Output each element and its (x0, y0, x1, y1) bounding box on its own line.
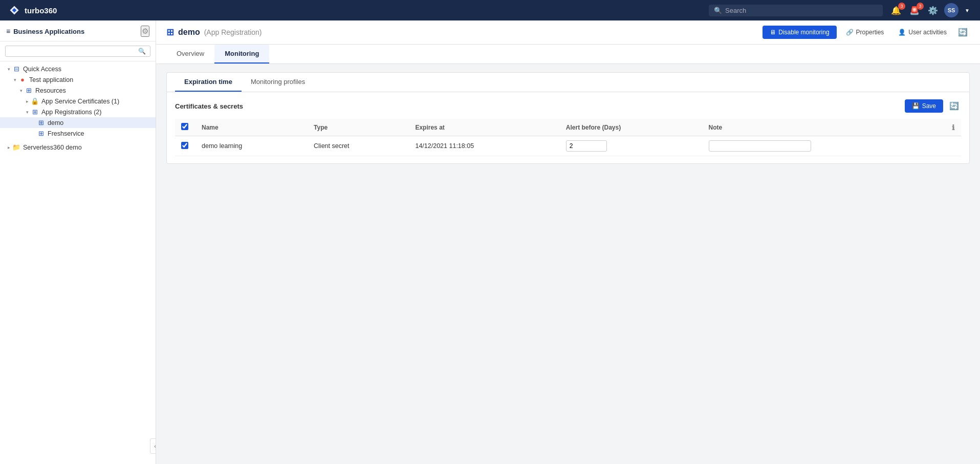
select-all-checkbox[interactable] (181, 123, 188, 130)
table-body: demo learning Client secret 14/12/2021 1… (175, 136, 961, 156)
tab-overview[interactable]: Overview (166, 45, 214, 64)
inner-tab-monitoring-label: Monitoring profiles (251, 78, 305, 86)
row-note (703, 136, 946, 156)
search-input[interactable] (725, 7, 878, 14)
disable-monitoring-label: Disable monitoring (778, 29, 829, 36)
user-menu-chevron[interactable]: ▼ (963, 6, 972, 15)
header-alert-days: Alert before (Days) (560, 119, 703, 136)
save-icon: 💾 (912, 102, 920, 110)
save-button[interactable]: 💾 Save (905, 99, 943, 113)
freshservice-label: Freshservice (48, 130, 84, 137)
row-expires: 14/12/2021 11:18:05 (409, 136, 559, 156)
sidebar-collapse-button[interactable]: ‹ (150, 438, 156, 454)
sidebar: ≡ Business Applications ⚙ 🔍 ▾ ⊟ Quick Ac… (0, 20, 156, 464)
header-actions: 🖥 Disable monitoring 🔗 Properties 👤 User… (763, 26, 970, 39)
resources-label: Resources (35, 87, 66, 94)
certs-table: Name Type Expires at Alert before (Days)… (175, 119, 961, 156)
tab-overview-label: Overview (177, 50, 204, 57)
note-input[interactable] (709, 140, 811, 152)
settings-button[interactable]: ⚙️ (926, 4, 940, 17)
header-name: Name (195, 119, 308, 136)
row-type: Client secret (308, 136, 409, 156)
sidebar-settings-button[interactable]: ⚙ (141, 26, 149, 37)
sidebar-search-icon: 🔍 (138, 48, 146, 55)
test-app-label: Test application (29, 76, 73, 83)
sidebar-header: ≡ Business Applications ⚙ (0, 20, 156, 41)
header-type: Type (308, 119, 409, 136)
sidebar-item-resources[interactable]: ▾ ⊞ Resources (0, 85, 156, 96)
user-activities-button[interactable]: 👤 User activities (893, 26, 952, 39)
refresh-section-button[interactable]: 🔄 (947, 99, 961, 113)
sidebar-item-app-service-certs[interactable]: ▸ 🔒 App Service Certificates (1) (0, 96, 156, 107)
quick-access-label: Quick Access (23, 66, 61, 73)
user-activities-label: User activities (908, 29, 947, 36)
info-icon: ℹ (952, 123, 954, 132)
inner-tab-expiration-label: Expiration time (184, 78, 232, 86)
tab-monitoring[interactable]: Monitoring (214, 45, 269, 64)
resource-name: demo (178, 28, 200, 37)
user-activities-icon: 👤 (898, 29, 906, 36)
arrow-app-reg: ▾ (24, 110, 31, 115)
search-icon: 🔍 (714, 7, 722, 14)
monitor-icon: 🖥 (770, 29, 776, 36)
sidebar-item-app-registrations[interactable]: ▾ ⊞ App Registrations (2) (0, 107, 156, 117)
serverless360-label: Serverless360 demo (23, 144, 82, 151)
section-actions: 💾 Save 🔄 (905, 99, 961, 113)
test-app-icon: ● (18, 76, 27, 83)
layout: ≡ Business Applications ⚙ 🔍 ▾ ⊟ Quick Ac… (0, 20, 980, 464)
logo-icon (8, 4, 20, 16)
alerts-button[interactable]: 🚨 3 (907, 4, 922, 17)
section-title-row: Certificates & secrets 💾 Save 🔄 (175, 99, 961, 113)
row-name: demo learning (195, 136, 308, 156)
sidebar-tree: ▾ ⊟ Quick Access ▾ ● Test application ▾ … (0, 61, 156, 155)
sidebar-title-icon: ≡ (6, 27, 10, 35)
notifications-button[interactable]: 🔔 3 (889, 4, 903, 17)
sidebar-item-freshservice[interactable]: ⊞ Freshservice (0, 128, 156, 139)
app-logo: turbo360 (8, 4, 57, 16)
row-checkbox[interactable] (181, 142, 188, 149)
sidebar-search[interactable]: 🔍 (0, 41, 156, 61)
properties-button[interactable]: 🔗 Properties (841, 26, 889, 39)
alert-days-input[interactable] (566, 140, 607, 152)
alerts-badge: 3 (917, 3, 924, 10)
avatar-button[interactable]: SS (944, 3, 959, 17)
resources-icon: ⊞ (25, 87, 33, 94)
properties-icon: 🔗 (846, 29, 854, 36)
header-note: Note (703, 119, 946, 136)
search-bar[interactable]: 🔍 (709, 5, 883, 16)
refresh-header-button[interactable]: 🔄 (956, 26, 970, 39)
save-label: Save (922, 102, 936, 110)
resource-type: (App Registration) (204, 28, 262, 36)
section-title: Certificates & secrets (175, 102, 243, 110)
sidebar-item-serverless360[interactable]: ▸ 📁 Serverless360 demo (0, 142, 156, 153)
notifications-badge: 3 (898, 3, 905, 10)
sidebar-item-quick-access[interactable]: ▾ ⊟ Quick Access (0, 64, 156, 74)
arrow-resources: ▾ (17, 88, 25, 93)
sidebar-search-input[interactable] (10, 48, 138, 55)
tab-monitoring-label: Monitoring (225, 50, 259, 57)
row-alert-days (560, 136, 703, 156)
header-info: ℹ (946, 119, 961, 136)
demo-icon: ⊞ (37, 119, 45, 126)
header-expires: Expires at (409, 119, 559, 136)
table-row: demo learning Client secret 14/12/2021 1… (175, 136, 961, 156)
demo-label: demo (48, 119, 63, 126)
main-title: ⊞ demo (App Registration) (166, 27, 262, 38)
arrow-quick-access: ▾ (5, 67, 12, 72)
sidebar-title-text: Business Applications (13, 28, 84, 35)
collapse-icon: ‹ (154, 443, 156, 449)
content-area: Expiration time Monitoring profiles Cert… (156, 64, 980, 446)
sidebar-item-demo[interactable]: ⊞ demo (0, 117, 156, 128)
resource-icon: ⊞ (166, 27, 174, 38)
sidebar-item-test-application[interactable]: ▾ ● Test application (0, 74, 156, 85)
quick-access-icon: ⊟ (12, 65, 20, 73)
inner-tab-expiration[interactable]: Expiration time (175, 73, 242, 92)
inner-tab-monitoring-profiles[interactable]: Monitoring profiles (242, 73, 314, 92)
properties-label: Properties (856, 29, 884, 36)
app-reg-icon: ⊞ (31, 108, 39, 116)
freshservice-icon: ⊞ (37, 130, 45, 137)
sidebar-title: ≡ Business Applications (6, 27, 84, 35)
disable-monitoring-button[interactable]: 🖥 Disable monitoring (763, 26, 836, 39)
app-name: turbo360 (25, 6, 57, 15)
main-header: ⊞ demo (App Registration) 🖥 Disable moni… (156, 20, 980, 45)
